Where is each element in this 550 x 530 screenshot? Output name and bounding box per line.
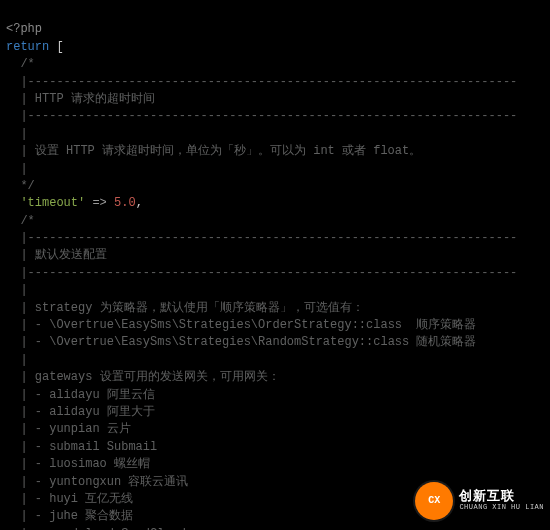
code-editor[interactable]: <?php return [ /* |---------------------… — [0, 0, 550, 530]
timeout-value: 5.0 — [114, 196, 136, 210]
arrow: => — [85, 196, 114, 210]
comment-heading: | 默认发送配置 — [6, 248, 107, 262]
comment-close: */ — [6, 179, 35, 193]
comment-gateways-intro: | gateways 设置可用的发送网关，可用网关： — [6, 370, 280, 384]
comment-gateway-item: | - alidayu 阿里大于 — [6, 405, 155, 419]
watermark-en: CHUANG XIN HU LIAN — [459, 504, 544, 512]
comment-gateway-item: | - luosimao 螺丝帽 — [6, 457, 150, 471]
comment-strategy-intro: | strategy 为策略器，默认使用「顺序策略器」，可选值有： — [6, 301, 364, 315]
watermark-badge-icon: CX — [415, 482, 453, 520]
return-keyword: return — [6, 40, 49, 54]
comment-strategy-b: | - \Overtrue\EasySms\Strategies\RandomS… — [6, 335, 476, 349]
comment-bar: |---------------------------------------… — [6, 109, 517, 123]
watermark: CX 创新互联 CHUANG XIN HU LIAN — [415, 482, 544, 520]
comment-barv: | — [6, 127, 28, 141]
comment-bar: |---------------------------------------… — [6, 266, 517, 280]
comment-barv: | — [6, 162, 28, 176]
timeout-key: 'timeout' — [6, 196, 85, 210]
comment-open: /* — [6, 57, 35, 71]
comment-strategy-a: | - \Overtrue\EasySms\Strategies\OrderSt… — [6, 318, 476, 332]
comment-body: | 设置 HTTP 请求超时时间，单位为「秒」。可以为 int 或者 float… — [6, 144, 421, 158]
comma: , — [136, 196, 143, 210]
comment-gateway-item: | - alidayu 阿里云信 — [6, 388, 155, 402]
open-bracket: [ — [49, 40, 63, 54]
watermark-text: 创新互联 CHUANG XIN HU LIAN — [459, 490, 544, 512]
comment-barv: | — [6, 353, 28, 367]
comment-bar: |---------------------------------------… — [6, 231, 517, 245]
comment-gateway-item: | - yunpian 云片 — [6, 422, 131, 436]
comment-heading: | HTTP 请求的超时时间 — [6, 92, 155, 106]
comment-gateway-item: | - huyi 互亿无线 — [6, 492, 133, 506]
comment-gateway-item: | - juhe 聚合数据 — [6, 509, 133, 523]
comment-gateway-item: | - submail Submail — [6, 440, 157, 454]
comment-open: /* — [6, 214, 35, 228]
comment-barv: | — [6, 283, 28, 297]
comment-bar: |---------------------------------------… — [6, 75, 517, 89]
php-open-tag: <?php — [6, 22, 42, 36]
comment-gateway-item: | - yuntongxun 容联云通讯 — [6, 475, 188, 489]
watermark-cn: 创新互联 — [459, 490, 544, 504]
